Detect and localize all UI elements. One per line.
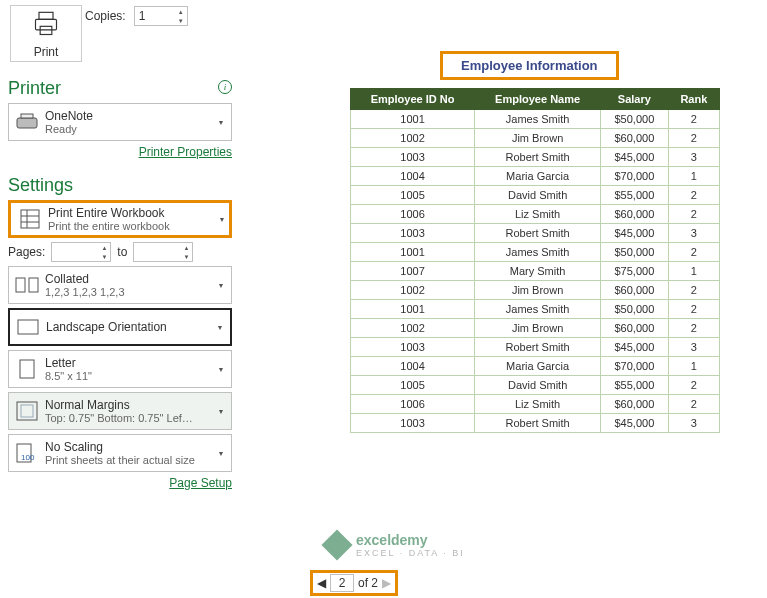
svg-rect-4 xyxy=(21,114,33,118)
settings-heading: Settings xyxy=(8,175,232,196)
table-row: 1001James Smith$50,0002 xyxy=(351,300,720,319)
page-setup-link[interactable]: Page Setup xyxy=(8,476,232,490)
chevron-up-icon[interactable]: ▲ xyxy=(180,243,192,252)
table-header: Salary xyxy=(601,89,669,110)
table-row: 1001James Smith$50,0002 xyxy=(351,243,720,262)
scaling-select[interactable]: 100 No Scaling Print sheets at their act… xyxy=(8,434,232,472)
svg-rect-9 xyxy=(16,278,25,292)
chevron-down-icon[interactable]: ▼ xyxy=(216,216,228,223)
print-button-label: Print xyxy=(34,45,59,59)
table-row: 1002Jim Brown$60,0002 xyxy=(351,319,720,338)
scaling-icon: 100 xyxy=(9,443,45,463)
print-button[interactable]: Print xyxy=(10,5,82,62)
table-row: 1006Liz Smith$60,0002 xyxy=(351,205,720,224)
table-row: 1002Jim Brown$60,0002 xyxy=(351,281,720,300)
preview-title: Employee Information xyxy=(440,51,619,80)
orientation-select[interactable]: Landscape Orientation ▼ xyxy=(8,308,232,346)
printer-select[interactable]: OneNote Ready ▼ xyxy=(8,103,232,141)
svg-text:100: 100 xyxy=(21,453,35,462)
printer-properties-link[interactable]: Printer Properties xyxy=(8,145,232,159)
chevron-down-icon[interactable]: ▼ xyxy=(98,252,110,261)
printer-device-icon xyxy=(9,112,45,132)
collation-select[interactable]: Collated 1,2,3 1,2,3 1,2,3 ▼ xyxy=(8,266,232,304)
pages-label: Pages: xyxy=(8,245,45,259)
table-header: Rank xyxy=(668,89,719,110)
table-row: 1005David Smith$55,0002 xyxy=(351,376,720,395)
table-row: 1004Maria Garcia$70,0001 xyxy=(351,167,720,186)
paper-icon xyxy=(9,359,45,379)
svg-rect-2 xyxy=(40,26,52,34)
svg-rect-5 xyxy=(21,210,39,228)
current-page-input[interactable]: 2 xyxy=(330,574,354,592)
chevron-down-icon[interactable]: ▼ xyxy=(215,450,227,457)
chevron-down-icon[interactable]: ▼ xyxy=(180,252,192,261)
chevron-down-icon[interactable]: ▼ xyxy=(215,119,227,126)
copies-value[interactable]: 1 xyxy=(135,7,175,25)
table-row: 1005David Smith$55,0002 xyxy=(351,186,720,205)
chevron-down-icon[interactable]: ▼ xyxy=(215,366,227,373)
margins-icon xyxy=(9,401,45,421)
chevron-down-icon[interactable]: ▼ xyxy=(215,282,227,289)
printer-name: OneNote xyxy=(45,109,215,123)
landscape-icon xyxy=(10,319,46,335)
chevron-down-icon[interactable]: ▼ xyxy=(215,408,227,415)
watermark-logo-icon xyxy=(321,529,352,560)
pages-to-input[interactable]: ▲▼ xyxy=(133,242,193,262)
table-row: 1003Robert Smith$45,0003 xyxy=(351,224,720,243)
chevron-down-icon[interactable]: ▼ xyxy=(175,16,187,25)
table-row: 1001James Smith$50,0002 xyxy=(351,110,720,129)
paper-size-select[interactable]: Letter 8.5" x 11" ▼ xyxy=(8,350,232,388)
table-row: 1003Robert Smith$45,0003 xyxy=(351,414,720,433)
table-header: Employee ID No xyxy=(351,89,475,110)
svg-rect-1 xyxy=(36,19,57,30)
watermark: exceldemy EXCEL · DATA · BI xyxy=(326,532,465,558)
svg-rect-0 xyxy=(39,12,53,19)
svg-rect-12 xyxy=(20,360,34,378)
print-preview: Employee Information Employee ID NoEmplo… xyxy=(350,45,720,433)
margins-select[interactable]: Normal Margins Top: 0.75" Bottom: 0.75" … xyxy=(8,392,232,430)
pages-from-input[interactable]: ▲▼ xyxy=(51,242,111,262)
prev-page-button[interactable]: ◀ xyxy=(317,576,326,590)
table-row: 1006Liz Smith$60,0002 xyxy=(351,395,720,414)
chevron-down-icon[interactable]: ▼ xyxy=(214,324,226,331)
table-header: Employee Name xyxy=(475,89,601,110)
table-row: 1003Robert Smith$45,0003 xyxy=(351,338,720,357)
svg-rect-10 xyxy=(29,278,38,292)
info-icon[interactable]: i xyxy=(218,80,232,94)
table-row: 1007Mary Smith$75,0001 xyxy=(351,262,720,281)
next-page-button[interactable]: ▶ xyxy=(382,576,391,590)
svg-rect-11 xyxy=(18,320,38,334)
employee-table: Employee ID NoEmployee NameSalaryRank 10… xyxy=(350,88,720,433)
table-row: 1003Robert Smith$45,0003 xyxy=(351,148,720,167)
collation-icon xyxy=(9,277,45,293)
table-row: 1002Jim Brown$60,0002 xyxy=(351,129,720,148)
chevron-up-icon[interactable]: ▲ xyxy=(98,243,110,252)
chevron-up-icon[interactable]: ▲ xyxy=(175,7,187,16)
table-row: 1004Maria Garcia$70,0001 xyxy=(351,357,720,376)
printer-icon xyxy=(32,10,60,41)
printer-heading: Printer i xyxy=(8,78,232,99)
copies-stepper[interactable]: 1 ▲▼ xyxy=(134,6,188,26)
page-total-label: of 2 xyxy=(358,576,378,590)
svg-rect-3 xyxy=(17,118,37,128)
pages-to-label: to xyxy=(117,245,127,259)
svg-rect-14 xyxy=(21,405,33,417)
copies-label: Copies: xyxy=(85,9,126,23)
printer-status: Ready xyxy=(45,123,215,135)
print-scope-select[interactable]: Print Entire Workbook Print the entire w… xyxy=(8,200,232,238)
workbook-icon xyxy=(12,208,48,230)
page-navigator[interactable]: ◀ 2 of 2 ▶ xyxy=(310,570,398,596)
